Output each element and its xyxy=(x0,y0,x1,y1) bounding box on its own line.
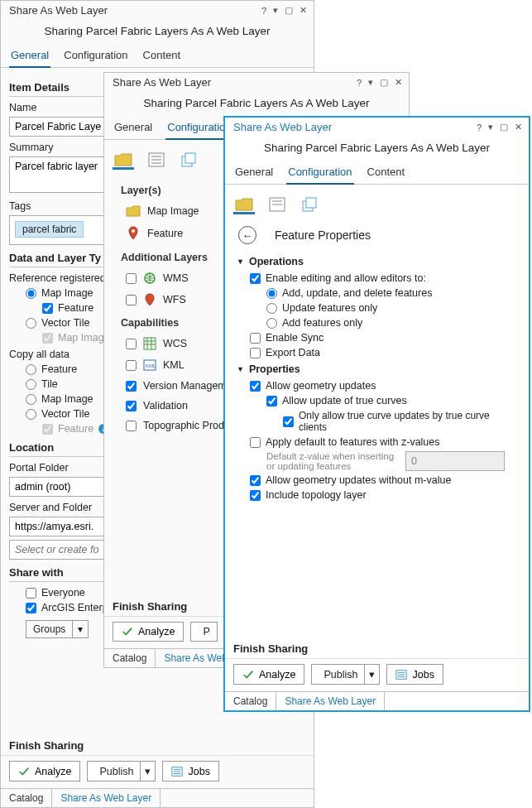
collapse-icon[interactable]: ▼ xyxy=(237,257,244,266)
check-allow-geometry[interactable] xyxy=(250,381,261,392)
check-map-image-sub xyxy=(42,333,53,344)
help-icon[interactable]: ? xyxy=(261,6,266,16)
check-kml[interactable] xyxy=(126,360,137,371)
check-feature-label: Feature xyxy=(58,302,93,314)
kml-icon: KML xyxy=(143,358,156,372)
check-export-data[interactable] xyxy=(250,348,261,358)
check-include-topology[interactable] xyxy=(250,490,261,501)
radio-vector-tile[interactable] xyxy=(26,318,36,329)
titlebar: Share As Web Layer ? ▾ ▢ ✕ xyxy=(1,1,314,18)
properties-icon[interactable] xyxy=(266,196,288,214)
tag-chip[interactable]: parcel fabric xyxy=(15,221,84,238)
radio-copy-feature-label: Feature xyxy=(41,363,77,375)
collapse-icon[interactable]: ▼ xyxy=(237,365,244,373)
properties-icon[interactable] xyxy=(146,152,167,170)
radio-copy-tile[interactable] xyxy=(26,379,36,390)
list-icon xyxy=(171,766,183,777)
wcs-label: WCS xyxy=(163,338,187,349)
groups-dropdown-label: Groups xyxy=(26,621,72,637)
layers-icon[interactable] xyxy=(300,196,321,214)
check-enable-editing[interactable] xyxy=(250,273,261,284)
groups-dropdown[interactable]: Groups▾ xyxy=(26,620,89,638)
check-topographic[interactable] xyxy=(126,421,137,431)
analyze-button[interactable]: Analyze xyxy=(9,761,80,782)
bottom-tab-catalog[interactable]: Catalog xyxy=(225,692,276,710)
tab-content[interactable]: Content xyxy=(366,162,407,184)
close-icon[interactable]: ✕ xyxy=(300,5,307,16)
header-subtitle: Sharing Parcel Fabric Layers As A Web La… xyxy=(1,18,314,46)
additional-heading: Additional Layers xyxy=(121,252,208,263)
tab-general[interactable]: General xyxy=(113,118,154,139)
bottom-tab-share[interactable]: Share As Web Layer xyxy=(276,692,385,710)
radio-add-only[interactable] xyxy=(266,318,277,329)
list-icon xyxy=(395,669,407,681)
radio-copy-map-image-label: Map Image xyxy=(41,393,93,405)
wms-icon xyxy=(143,272,156,285)
analyze-button[interactable]: Analyze xyxy=(113,622,184,642)
analyze-button[interactable]: Analyze xyxy=(233,664,304,685)
publish-button[interactable]: Publish ▾ xyxy=(87,761,156,782)
tab-configuration[interactable]: Configuratio xyxy=(165,118,227,140)
tab-content[interactable]: Content xyxy=(141,46,183,67)
check-only-true-curve[interactable] xyxy=(283,416,294,427)
publish-dropdown[interactable]: ▾ xyxy=(141,761,156,782)
bottom-tab-share[interactable]: Share As Web Layer xyxy=(52,789,161,807)
radio-update-only[interactable] xyxy=(266,303,277,314)
tab-general[interactable]: General xyxy=(233,162,275,184)
publish-button[interactable]: P xyxy=(190,622,217,642)
check-version[interactable] xyxy=(126,381,137,392)
check-apply-default-z[interactable] xyxy=(250,437,261,448)
bottom-tab-catalog[interactable]: Catalog xyxy=(1,789,52,807)
help-icon[interactable]: ? xyxy=(477,123,482,132)
chevron-down-icon: ▾ xyxy=(72,621,88,637)
check-wms[interactable] xyxy=(126,273,137,284)
dropdown-icon[interactable]: ▾ xyxy=(368,77,373,88)
tabs: General Configuration Content xyxy=(225,162,529,185)
check-wfs[interactable] xyxy=(126,295,137,305)
radio-map-image[interactable] xyxy=(26,288,36,299)
radio-copy-map-image[interactable] xyxy=(26,394,36,405)
check-allow-true-curves[interactable] xyxy=(266,396,277,406)
close-icon[interactable]: ✕ xyxy=(395,77,402,88)
wfs-icon xyxy=(143,293,156,306)
check-icon xyxy=(242,669,254,681)
pin-icon xyxy=(126,226,141,241)
layers-heading: Layer(s) xyxy=(121,185,161,196)
enable-editing-label: Enable editing and allow editors to: xyxy=(266,272,426,284)
export-data-label: Export Data xyxy=(266,347,320,358)
check-allow-without-m[interactable] xyxy=(250,475,261,486)
window-box-icon[interactable]: ▢ xyxy=(500,122,508,132)
allow-geometry-label: Allow geometry updates xyxy=(266,380,376,392)
jobs-button[interactable]: Jobs xyxy=(386,664,443,685)
back-button[interactable]: ← xyxy=(238,226,256,244)
jobs-button[interactable]: Jobs xyxy=(162,761,218,782)
check-arcgis[interactable] xyxy=(26,603,36,613)
tab-general[interactable]: General xyxy=(9,46,50,68)
wfs-label: WFS xyxy=(163,294,186,305)
bottom-tab-catalog[interactable]: Catalog xyxy=(104,649,156,667)
layers-icon[interactable] xyxy=(179,152,200,170)
radio-add-update-delete[interactable] xyxy=(266,288,277,299)
help-icon[interactable]: ? xyxy=(357,78,362,88)
check-feature-sub-label: Feature xyxy=(58,423,93,435)
radio-copy-vector-tile[interactable] xyxy=(26,409,36,420)
check-validation[interactable] xyxy=(126,401,137,411)
check-enable-sync[interactable] xyxy=(250,333,261,344)
window-box-icon[interactable]: ▢ xyxy=(380,77,388,88)
radio-copy-feature[interactable] xyxy=(26,364,36,375)
check-wcs[interactable] xyxy=(126,339,137,349)
tab-configuration[interactable]: Configuration xyxy=(62,46,129,67)
close-icon[interactable]: ✕ xyxy=(515,122,522,132)
check-feature[interactable] xyxy=(42,303,53,314)
check-everyone[interactable] xyxy=(26,588,36,599)
dropdown-icon[interactable]: ▾ xyxy=(488,122,493,132)
allow-true-curves-label: Allow update of true curves xyxy=(282,395,407,406)
folder-icon[interactable] xyxy=(113,152,134,170)
publish-button[interactable]: Publish ▾ xyxy=(311,664,380,685)
publish-dropdown[interactable]: ▾ xyxy=(365,664,380,685)
window-box-icon[interactable]: ▢ xyxy=(285,5,293,16)
dropdown-icon[interactable]: ▾ xyxy=(273,5,278,16)
panel-title: Feature Properties xyxy=(275,228,371,242)
folder-icon[interactable] xyxy=(233,196,255,214)
tab-configuration[interactable]: Configuration xyxy=(286,162,353,185)
